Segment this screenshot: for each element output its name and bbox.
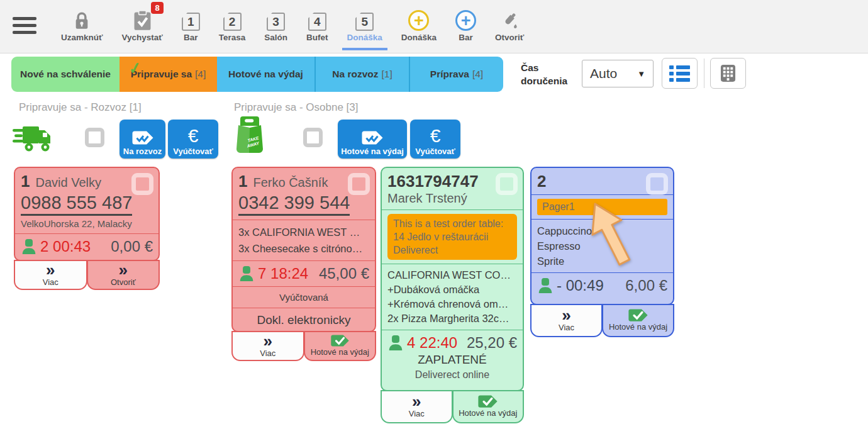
list-icon: [669, 65, 690, 82]
paid-status: ZAPLATENÉ: [387, 352, 517, 368]
guests-and-time: 7 18:24: [258, 265, 308, 282]
chevrons-right-icon: »: [264, 333, 272, 349]
hotove-na-vydaj-card-button[interactable]: Hotové na výdaj: [304, 331, 377, 361]
room-number-icon: 4: [308, 13, 326, 31]
select-all-osobne-checkbox[interactable]: [303, 128, 323, 147]
phone-number[interactable]: 0988 555 487: [21, 193, 132, 216]
tag-check-icon: [330, 334, 350, 347]
tab-count: [4]: [195, 69, 206, 80]
list-view-button[interactable]: [662, 58, 698, 89]
divider: [382, 330, 523, 330]
toolbar-items: Uzamknúť 8 Vychystať 1 Bar 2 Terasa 3 Sa…: [52, 0, 533, 53]
chevrons-right-icon: »: [412, 394, 421, 409]
section-title-osobne: Pripravuje sa - Osobne [3]: [234, 101, 358, 114]
divider: [233, 220, 375, 220]
delivery-time-label: Čas doručenia: [521, 61, 575, 87]
vyuctovat-osobne-button[interactable]: € Vyúčtovať: [410, 120, 460, 159]
toolbar-item-label: Bar: [184, 33, 198, 42]
hotove-na-vydaj-button[interactable]: Hotové na výdaj: [338, 120, 407, 159]
room-number-icon: 2: [223, 13, 242, 31]
tag-check-icon: [477, 394, 498, 408]
order-items: 3x CALIFORNIA WEST … 3x Cheesecake s cit…: [238, 224, 369, 257]
paid-channel: Deliverect online: [387, 368, 517, 381]
select-all-rozvoz-checkbox[interactable]: [85, 128, 104, 147]
chevrons-right-icon: »: [119, 262, 128, 277]
toolbar-item-bufet[interactable]: 4 Bufet: [306, 0, 328, 53]
address: VelkoUhorska 22, Malacky: [21, 218, 153, 230]
order-items: CALIFORNIA WEST CO… +Dubáková omáčka +Kr…: [387, 268, 517, 326]
tab-count: [1]: [381, 69, 392, 80]
toolbar-item-label: Salón: [264, 33, 287, 42]
toolbar-item-lock[interactable]: Uzamknúť: [61, 0, 103, 53]
viac-button[interactable]: » Viac: [231, 331, 304, 361]
menu-icon[interactable]: [13, 17, 36, 53]
order-card-david-velky[interactable]: 1 David Velky 0988 555 487 VelkoUhorska …: [14, 167, 160, 290]
divider: [233, 308, 375, 308]
guests-and-time: - 00:49: [557, 277, 604, 294]
toolbar-item-add-bar[interactable]: + Bar: [455, 0, 476, 53]
toolbar-item-vychystat[interactable]: 8 Vychystať: [121, 0, 162, 53]
card-checkbox[interactable]: [646, 173, 668, 195]
tab-hotove-na-vydaj[interactable]: Hotové na výdaj: [217, 57, 314, 92]
order-number: 2: [537, 172, 546, 191]
toolbar-item-add-donaska[interactable]: + Donáška: [401, 0, 437, 53]
room-number-icon: 3: [267, 13, 285, 31]
chevrons-right-icon: »: [46, 262, 55, 277]
divider: [531, 272, 673, 273]
customer-name: Ferko Čašník: [253, 173, 328, 192]
guests-and-time: 2 00:43: [40, 238, 91, 255]
card-checkbox[interactable]: [348, 173, 370, 195]
toolbar-item-label: Uzamknúť: [61, 33, 103, 42]
toolbar-item-label: Donáška: [347, 33, 382, 42]
keypad-grid-icon: [720, 64, 736, 82]
section-title-rozvoz: Pripravuje sa - Rozvoz [1]: [19, 101, 142, 114]
toolbar-item-salon[interactable]: 3 Salón: [264, 0, 287, 53]
order-price: 0,00 €: [111, 238, 153, 255]
add-bar-order-icon: +: [455, 10, 476, 31]
tab-pripravuje-sa[interactable]: ✓ Pripravuje sa [4]: [120, 57, 217, 92]
tab-nove-na-schvalenie[interactable]: Nové na schválenie: [11, 57, 120, 92]
cursor-pointer-icon: [585, 203, 635, 272]
delivery-time-select[interactable]: Auto ▼: [582, 60, 654, 87]
divider: [382, 209, 523, 210]
order-price: 25,20 €: [467, 334, 517, 352]
card-checkbox[interactable]: [131, 173, 153, 195]
toolbar-item-otvorit[interactable]: Otvoriť: [495, 0, 524, 53]
delivery-truck-icon: [13, 122, 55, 154]
toolbar-item-label: Terasa: [219, 33, 246, 42]
order-card-ferko-casnik[interactable]: 1 Ferko Čašník 0342 399 544 3x CALIFORNI…: [231, 167, 376, 361]
toolbar: Uzamknúť 8 Vychystať 1 Bar 2 Terasa 3 Sa…: [0, 0, 868, 53]
toolbar-item-label: Bar: [459, 33, 473, 42]
tag-doublecheck-icon: [131, 130, 154, 145]
hotove-na-vydaj-card-button[interactable]: Hotové na výdaj: [602, 304, 674, 337]
viac-button[interactable]: » Viac: [14, 260, 87, 290]
toolbar-item-label: Otvoriť: [495, 33, 524, 42]
toolbar-item-bar-1[interactable]: 1 Bar: [182, 0, 200, 53]
grid-view-button[interactable]: [710, 58, 746, 89]
vyuctovat-rozvoz-button[interactable]: € Vyúčtovať: [168, 120, 218, 159]
toolbar-item-donaska-active[interactable]: 5 Donáška: [347, 0, 382, 53]
receipt-type: Dokl. elektronicky: [238, 312, 369, 328]
tag-doublecheck-icon: [361, 130, 384, 145]
add-delivery-icon: +: [408, 10, 429, 31]
order-number: 1631794747: [387, 172, 479, 191]
tab-na-rozvoz[interactable]: Na rozvoz [1]: [314, 57, 409, 92]
order-price: 45,00 €: [319, 265, 369, 282]
phone-number[interactable]: 0342 399 544: [238, 193, 350, 216]
tab-count: [4]: [472, 69, 483, 80]
check-icon: ✓: [127, 58, 143, 78]
divider: [704, 59, 704, 88]
hotove-na-vydaj-card-button[interactable]: Hotové na výdaj: [452, 390, 525, 423]
order-card-marek-trsteny[interactable]: 1631794747 Marek Trstený This is a test …: [381, 167, 524, 423]
tab-priprava[interactable]: Príprava [4]: [409, 57, 503, 92]
otvorit-button[interactable]: » Otvoriť: [87, 260, 160, 290]
viac-button[interactable]: » Viac: [381, 390, 453, 423]
customer-name: David Velky: [35, 173, 101, 192]
takeaway-box-icon: TAKE AWAY: [234, 116, 265, 155]
toolbar-item-terasa[interactable]: 2 Terasa: [219, 0, 246, 53]
card-checkbox[interactable]: [496, 173, 518, 195]
toolbar-item-label: Vychystať: [121, 33, 162, 42]
na-rozvoz-button[interactable]: Na rozvoz: [120, 120, 165, 159]
chevrons-right-icon: »: [562, 308, 570, 323]
viac-button[interactable]: » Viac: [530, 304, 603, 337]
